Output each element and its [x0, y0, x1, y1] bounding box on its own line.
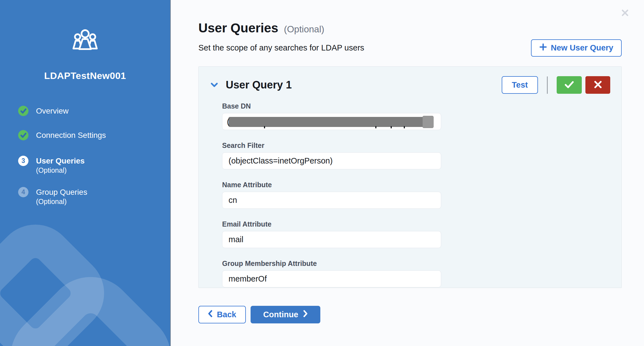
step-complete-icon [18, 130, 28, 140]
email-attribute-input[interactable] [222, 231, 441, 248]
back-label: Back [217, 310, 236, 319]
wizard-sidebar: LDAPTestNew001 Overview Connection Setti… [0, 0, 171, 346]
continue-label: Continue [263, 310, 298, 319]
step-label: User Queries [36, 157, 85, 165]
group-membership-attribute-input[interactable] [222, 270, 441, 287]
new-user-query-button[interactable]: New User Query [531, 39, 622, 57]
divider [547, 76, 548, 94]
users-group-icon [72, 47, 98, 52]
field-label-email-attribute: Email Attribute [222, 220, 441, 228]
back-button[interactable]: Back [198, 306, 246, 323]
wizard-stepper: Overview Connection Settings 3 User Quer… [0, 106, 170, 206]
redaction-bar [229, 117, 432, 127]
stepper-item-group-queries[interactable]: 4 Group Queries (Optional) [18, 187, 170, 206]
connection-name: LDAPTestNew001 [0, 70, 170, 81]
step-number-badge: 4 [18, 187, 28, 197]
test-button[interactable]: Test [502, 76, 538, 94]
chevron-right-icon [303, 310, 308, 319]
redacted-text-mark [264, 126, 265, 128]
redacted-text-mark [391, 126, 392, 128]
step-number-badge: 3 [18, 156, 28, 166]
continue-button[interactable]: Continue [251, 306, 320, 323]
step-label: Overview [36, 107, 69, 115]
page-title: User Queries [198, 21, 278, 35]
stepper-item-connection-settings[interactable]: Connection Settings [18, 130, 170, 140]
step-sublabel: (Optional) [36, 198, 67, 205]
user-query-panel: User Query 1 Test Base DN [198, 66, 622, 288]
query-form: Base DN ( Search Filter Name Attribute [222, 102, 441, 287]
page-subtitle: Set the scope of any searches for LDAP u… [198, 43, 364, 52]
field-label-base-dn: Base DN [222, 102, 441, 110]
field-label-name-attribute: Name Attribute [222, 181, 441, 189]
page-header: User Queries (Optional) [198, 21, 622, 35]
step-label: Connection Settings [36, 131, 106, 140]
close-icon[interactable] [620, 8, 630, 18]
stepper-item-user-queries[interactable]: 3 User Queries (Optional) [18, 156, 170, 174]
step-label: Group Queries [36, 188, 87, 196]
redacted-text-mark [404, 126, 405, 128]
redacted-value-prefix: ( [227, 117, 230, 126]
name-attribute-input[interactable] [222, 192, 441, 209]
step-complete-icon [18, 106, 28, 116]
x-icon [594, 80, 602, 90]
field-label-search-filter: Search Filter [222, 141, 441, 150]
chevron-left-icon [208, 310, 212, 319]
query-title: User Query 1 [226, 79, 292, 91]
base-dn-input[interactable]: ( [222, 113, 441, 130]
check-icon [564, 80, 575, 90]
plus-icon [539, 43, 547, 53]
new-user-query-label: New User Query [551, 43, 613, 52]
search-filter-input[interactable] [222, 152, 441, 169]
field-label-group-membership-attribute: Group Membership Attribute [222, 259, 441, 268]
stepper-item-overview[interactable]: Overview [18, 106, 170, 116]
redaction-end-cap [422, 116, 434, 128]
page-title-suffix: (Optional) [284, 24, 324, 35]
delete-button[interactable] [585, 76, 610, 94]
redacted-text-mark [375, 126, 376, 128]
confirm-button[interactable] [557, 76, 582, 94]
chevron-down-icon[interactable] [210, 82, 219, 88]
user-queries-page: User Queries (Optional) Set the scope of… [171, 0, 644, 346]
step-sublabel: (Optional) [36, 166, 67, 174]
